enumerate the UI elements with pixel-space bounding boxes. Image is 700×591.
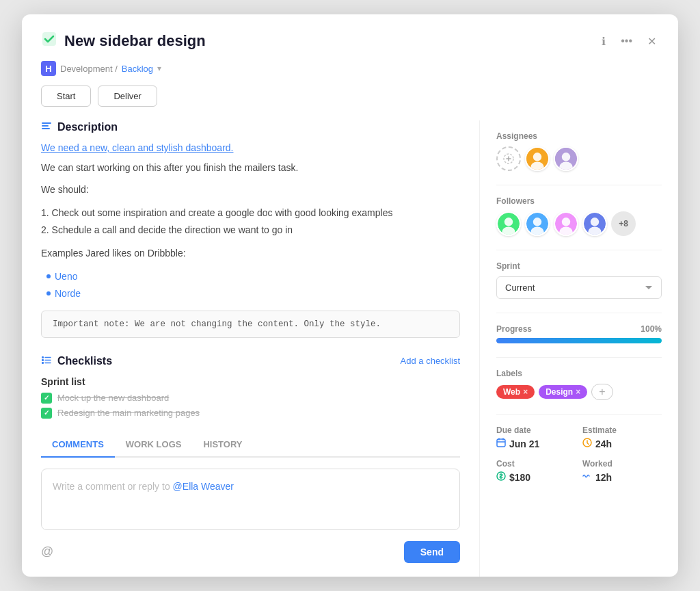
label-design-text: Design — [546, 387, 573, 397]
cost-value: $180 — [496, 471, 576, 483]
check-icon — [41, 31, 57, 51]
followers-label: Followers — [496, 196, 662, 206]
send-button[interactable]: Send — [404, 541, 460, 563]
svg-point-15 — [533, 218, 541, 226]
label-web: Web × — [496, 385, 535, 399]
divider — [496, 185, 662, 185]
checkbox-checked-icon[interactable] — [41, 408, 52, 419]
assignees-row — [496, 146, 662, 171]
ueno-link[interactable]: Ueno — [55, 268, 77, 285]
description-title: Description — [57, 121, 118, 133]
bullet-dot-icon — [46, 291, 51, 296]
description-icon — [41, 120, 52, 134]
comment-input[interactable]: Write a comment or reply to @Ella Weaver — [41, 469, 460, 530]
divider — [496, 250, 662, 250]
add-label-button[interactable]: + — [591, 384, 612, 400]
svg-point-21 — [591, 218, 599, 226]
dollar-icon — [496, 471, 506, 483]
breadcrumb-prefix: Development / — [60, 64, 118, 74]
description-para1: We can start working on this after you f… — [41, 160, 460, 175]
comment-footer: @ Send — [41, 541, 460, 563]
avatar-follower-4 — [582, 211, 607, 236]
svg-rect-3 — [42, 362, 44, 364]
svg-point-12 — [504, 218, 513, 226]
checklist-icon — [41, 354, 52, 368]
svg-rect-23 — [497, 439, 505, 447]
worked-item: Worked 12h — [582, 459, 662, 483]
tab-worklogs[interactable]: WORK LOGS — [115, 432, 193, 458]
description-header: Description — [41, 120, 460, 134]
followers-row: +8 — [496, 211, 662, 236]
svg-point-9 — [562, 153, 570, 161]
calendar-icon — [496, 438, 506, 449]
progress-section: Progress 100% — [496, 324, 662, 343]
checklists-section: Checklists Add a checklist Sprint list M… — [41, 354, 460, 419]
label-web-remove[interactable]: × — [523, 387, 528, 397]
cost-item: Cost $180 — [496, 459, 576, 483]
avatar-assignee-1 — [525, 146, 550, 171]
checklist-text: Mock up the new dashboard — [57, 393, 169, 403]
estimate-label: Estimate — [582, 425, 662, 435]
tab-history[interactable]: HISTORY — [192, 432, 253, 458]
close-button[interactable]: ✕ — [645, 34, 659, 49]
breadcrumb-chevron-icon[interactable]: ▾ — [157, 64, 161, 73]
followers-section: Followers +8 — [496, 196, 662, 236]
info-button[interactable]: ℹ — [599, 34, 608, 49]
followers-more[interactable]: +8 — [611, 211, 636, 236]
assignees-section: Assignees — [496, 131, 662, 171]
deliver-button[interactable]: Deliver — [98, 86, 157, 107]
progress-fill — [496, 338, 662, 343]
divider — [496, 414, 662, 415]
progress-value: 100% — [641, 324, 662, 334]
avatar-follower-2 — [525, 211, 550, 236]
label-design-remove[interactable]: × — [576, 387, 580, 397]
start-button[interactable]: Start — [41, 86, 91, 107]
tabs-row: COMMENTS WORK LOGS HISTORY — [41, 432, 460, 458]
norde-link[interactable]: Norde — [55, 285, 81, 302]
sprint-select[interactable]: Current — [496, 276, 662, 299]
cost-label: Cost — [496, 459, 576, 469]
avatar-assignee-2 — [554, 146, 578, 171]
list-item: Norde — [46, 285, 460, 302]
add-checklist-button[interactable]: Add a checklist — [401, 356, 460, 366]
sprint-section: Sprint Current — [496, 261, 662, 299]
clock-icon — [582, 438, 592, 449]
description-link[interactable]: We need a new, clean and stylish dashboa… — [41, 142, 460, 153]
svg-point-18 — [562, 218, 570, 226]
examples-label: Examples Jared likes on Dribbble: — [41, 246, 460, 261]
wave-icon — [582, 471, 592, 483]
description-section: Description We need a new, clean and sty… — [41, 120, 460, 338]
assignees-label: Assignees — [496, 131, 662, 141]
labels-row: Web × Design × + — [496, 384, 662, 400]
sprint-label: Sprint — [496, 261, 662, 271]
header-actions: ℹ ••• ✕ — [599, 34, 659, 49]
meta-grid: Due date Jun 21 Estimate 24h — [496, 425, 662, 483]
list-item: 2. Schedule a call and decide the direct… — [41, 222, 460, 239]
progress-track — [496, 338, 662, 343]
add-assignee-button[interactable] — [496, 146, 521, 171]
sprint-select-wrapper: Current — [496, 276, 662, 299]
tab-comments[interactable]: COMMENTS — [41, 432, 115, 458]
at-mention-icon[interactable]: @ — [41, 544, 53, 559]
labels-section: Labels Web × Design × + — [496, 369, 662, 400]
divider — [496, 357, 662, 358]
due-date-value: Jun 21 — [496, 438, 576, 449]
main-content: Description We need a new, clean and sty… — [22, 120, 480, 577]
worked-label: Worked — [582, 459, 662, 469]
action-buttons: Start Deliver — [22, 86, 678, 120]
due-date-item: Due date Jun 21 — [496, 425, 576, 449]
description-para2: We should: — [41, 182, 460, 197]
checkbox-checked-icon[interactable] — [41, 393, 52, 404]
header-left: New sidebar design — [41, 31, 206, 51]
progress-row: Progress 100% — [496, 324, 662, 334]
label-design: Design × — [539, 385, 587, 399]
sprint-list-title: Sprint list — [41, 376, 460, 387]
more-button[interactable]: ••• — [618, 34, 635, 49]
labels-label: Labels — [496, 369, 662, 378]
avatar-follower-1 — [496, 211, 521, 236]
page-title: New sidebar design — [64, 32, 206, 50]
svg-point-6 — [533, 153, 541, 161]
divider — [496, 313, 662, 313]
breadcrumb-link[interactable]: Backlog — [122, 64, 153, 74]
svg-rect-2 — [42, 359, 44, 361]
